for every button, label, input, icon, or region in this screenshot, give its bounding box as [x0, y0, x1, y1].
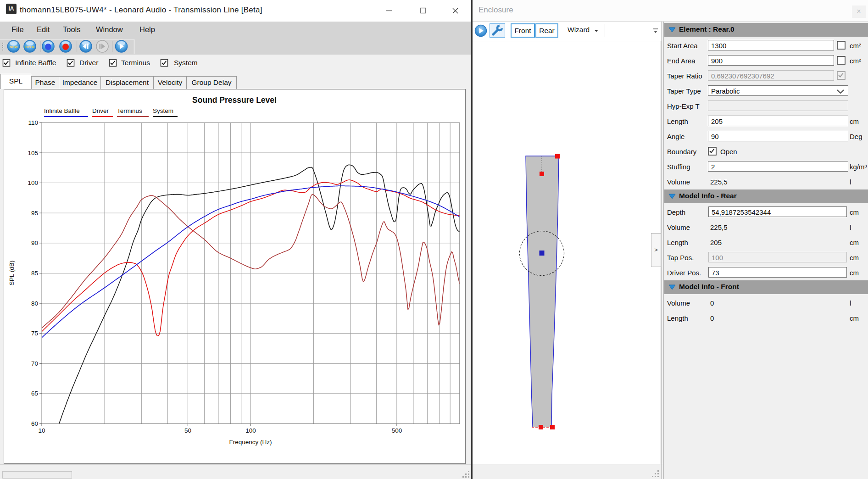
svg-text:OPEN: OPEN	[25, 45, 34, 49]
svg-text:95: 95	[31, 210, 38, 217]
svg-text:70: 70	[31, 360, 38, 367]
svg-text:System: System	[174, 59, 198, 67]
svg-text:NEW: NEW	[10, 45, 18, 49]
svg-text:65: 65	[31, 390, 38, 397]
svg-text:110: 110	[28, 119, 38, 126]
svg-text:System: System	[153, 107, 173, 114]
svg-text:100: 100	[245, 427, 256, 434]
svg-text:80: 80	[31, 300, 38, 307]
svg-text:85: 85	[31, 270, 38, 277]
svg-text:105: 105	[28, 150, 38, 156]
svg-text:Driver: Driver	[79, 59, 98, 67]
svg-text:Terminus: Terminus	[117, 107, 142, 114]
svg-text:Infinite Baffle: Infinite Baffle	[44, 107, 80, 114]
svg-text:50: 50	[184, 427, 191, 434]
svg-text:90: 90	[31, 240, 38, 246]
svg-text:Frequency (Hz): Frequency (Hz)	[229, 439, 272, 446]
svg-text:100: 100	[28, 179, 38, 186]
svg-text:10: 10	[38, 427, 45, 434]
svg-text:SPL (dB): SPL (dB)	[8, 261, 15, 285]
svg-text:75: 75	[31, 330, 38, 337]
svg-text:500: 500	[392, 427, 402, 434]
svg-text:Terminus: Terminus	[121, 59, 150, 67]
svg-text:Sound Pressure Level: Sound Pressure Level	[192, 95, 277, 105]
svg-text:Infinite Baffle: Infinite Baffle	[15, 59, 56, 67]
svg-text:60: 60	[31, 420, 38, 427]
svg-text:Driver: Driver	[92, 107, 109, 114]
